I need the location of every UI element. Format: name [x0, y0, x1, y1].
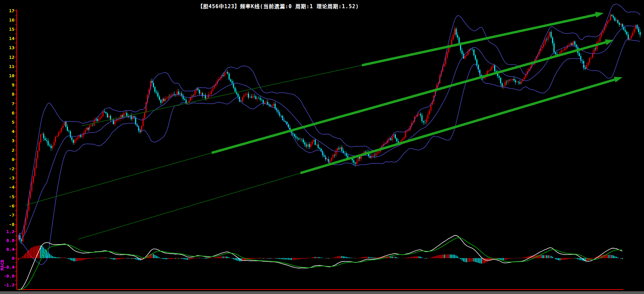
price-axis-label: 8	[1, 92, 14, 96]
price-axis-label: 14	[1, 36, 14, 41]
price-axis-label: -8	[1, 222, 14, 227]
trend-arrow	[78, 77, 622, 239]
candles-up	[18, 13, 636, 243]
price-axis-label: 11	[1, 64, 14, 69]
price-axis-label: -4	[1, 185, 14, 189]
price-axis-label: 10	[1, 74, 14, 78]
price-axis-label: 2	[1, 148, 14, 152]
macd-axis-label: 1.2	[1, 229, 14, 234]
price-axis-label: 0	[1, 157, 14, 162]
arrow-head	[595, 12, 604, 18]
chart-canvas[interactable]	[0, 0, 644, 294]
arrow-head	[614, 77, 622, 82]
macd-dea-line	[18, 238, 622, 289]
price-axis-label: -5	[1, 195, 14, 199]
macd-indicator-label: MACD	[0, 246, 5, 270]
price-axis-label: -3	[1, 176, 14, 180]
price-axis-label: 6	[1, 111, 14, 115]
price-axis-label: 17	[1, 9, 14, 13]
macd-axis-label: -1.2	[1, 283, 14, 287]
horizontal-scrollbar[interactable]	[0, 291, 644, 294]
price-axis-label: 5	[1, 120, 14, 124]
band-lower	[18, 39, 640, 265]
price-axis-label: 3	[1, 138, 14, 143]
trend-arrow	[82, 12, 604, 126]
macd-histogram	[18, 245, 622, 264]
macd-axis-label: 0.8	[1, 238, 14, 243]
price-axis-label: 16	[1, 18, 14, 22]
price-axis-label: 15	[1, 27, 14, 31]
arrow-head	[605, 39, 614, 45]
price-axis-label: -6	[1, 204, 14, 208]
price-axis-label: 13	[1, 45, 14, 50]
chart-window: 【胆456中123】频率K线(当前遗漏:0 周期:1 理论周期:1.52) 17…	[0, 0, 644, 294]
price-axis-label: -2	[1, 166, 14, 171]
candles-down	[20, 14, 640, 244]
price-axis-label: -7	[1, 213, 14, 217]
price-axis-label: 9	[1, 83, 14, 87]
price-axis-label: 7	[1, 102, 14, 106]
price-axis-label: 4	[1, 129, 14, 134]
macd-axis-label: -0.8	[1, 274, 14, 278]
price-axis-label: 12	[1, 55, 14, 59]
macd-dif-line	[18, 236, 622, 290]
